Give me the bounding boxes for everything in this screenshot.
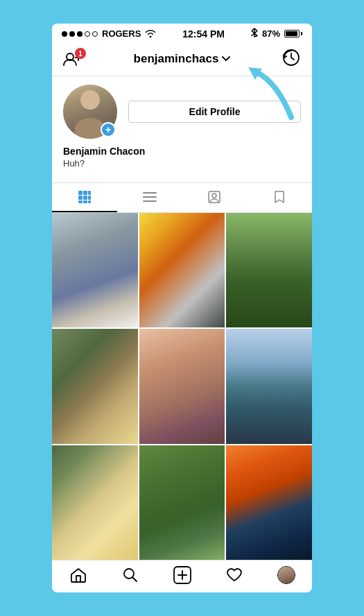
nav-search-button[interactable] <box>104 567 156 583</box>
grid-item[interactable] <box>52 213 138 327</box>
tabs-bar <box>52 182 312 213</box>
chevron-down-icon <box>222 56 230 62</box>
svg-line-19 <box>132 578 137 582</box>
profile-bio: Huh? <box>63 158 301 169</box>
grid-item[interactable] <box>139 213 225 327</box>
avatar-wrap: + <box>63 85 117 139</box>
svg-rect-9 <box>88 196 91 200</box>
signal-icon <box>62 31 98 37</box>
grid-item[interactable] <box>139 445 225 560</box>
bookmark-icon <box>274 190 285 204</box>
time-label: 12:54 PM <box>182 28 225 40</box>
add-icon <box>173 566 191 584</box>
edit-profile-button[interactable]: Edit Profile <box>128 101 301 123</box>
nav-bar: 1 benjaminchacs <box>52 42 312 76</box>
history-button[interactable] <box>281 48 301 70</box>
add-user-button[interactable]: 1 <box>63 51 83 67</box>
status-left: ROGERS <box>62 28 156 40</box>
home-icon <box>70 567 87 583</box>
list-icon <box>143 191 157 203</box>
grid-item[interactable] <box>139 329 225 443</box>
battery-percent: 87% <box>262 28 280 39</box>
grid-item[interactable] <box>226 329 312 443</box>
wifi-icon <box>145 28 156 40</box>
photo-grid <box>52 213 312 560</box>
status-right: 87% <box>251 28 302 40</box>
svg-rect-11 <box>83 200 87 203</box>
add-photo-button[interactable]: + <box>101 122 116 137</box>
tab-grid[interactable] <box>52 183 117 212</box>
svg-point-17 <box>212 194 216 198</box>
heart-icon <box>226 567 243 583</box>
nav-add-button[interactable] <box>156 566 208 584</box>
carrier-label: ROGERS <box>102 28 141 39</box>
profile-right: Edit Profile <box>128 101 301 123</box>
grid-item[interactable] <box>226 445 312 560</box>
svg-rect-5 <box>83 191 87 195</box>
svg-rect-4 <box>78 191 83 195</box>
tab-tagged[interactable] <box>182 183 248 212</box>
tab-saved[interactable] <box>247 183 312 212</box>
notification-badge: 1 <box>75 48 86 59</box>
svg-rect-7 <box>78 196 83 200</box>
bluetooth-icon <box>251 28 258 40</box>
svg-rect-8 <box>83 196 87 200</box>
tab-list[interactable] <box>117 183 182 212</box>
svg-rect-6 <box>88 191 91 195</box>
nav-activity-button[interactable] <box>208 567 260 583</box>
grid-icon <box>78 190 92 204</box>
battery-icon <box>284 30 302 37</box>
grid-item[interactable] <box>226 213 312 327</box>
username-button[interactable]: benjaminchacs <box>134 52 231 66</box>
profile-top: + Edit Profile <box>63 85 301 139</box>
grid-item[interactable] <box>52 445 138 560</box>
nav-profile-button[interactable] <box>260 566 312 584</box>
profile-name: Benjamin Chacon <box>63 146 301 157</box>
profile-section: + Edit Profile Benjamin Chacon Huh? <box>52 76 312 177</box>
username-label: benjaminchacs <box>134 52 219 66</box>
search-icon <box>123 567 138 583</box>
tag-person-icon <box>207 190 221 204</box>
grid-item[interactable] <box>52 329 138 443</box>
svg-rect-10 <box>78 200 83 203</box>
nav-avatar-icon <box>277 566 295 584</box>
status-bar: ROGERS 12:54 PM 87% <box>52 24 312 42</box>
nav-home-button[interactable] <box>52 567 104 583</box>
svg-rect-12 <box>88 200 91 203</box>
bottom-nav <box>52 560 312 592</box>
phone-frame: ROGERS 12:54 PM 87% <box>52 24 312 592</box>
